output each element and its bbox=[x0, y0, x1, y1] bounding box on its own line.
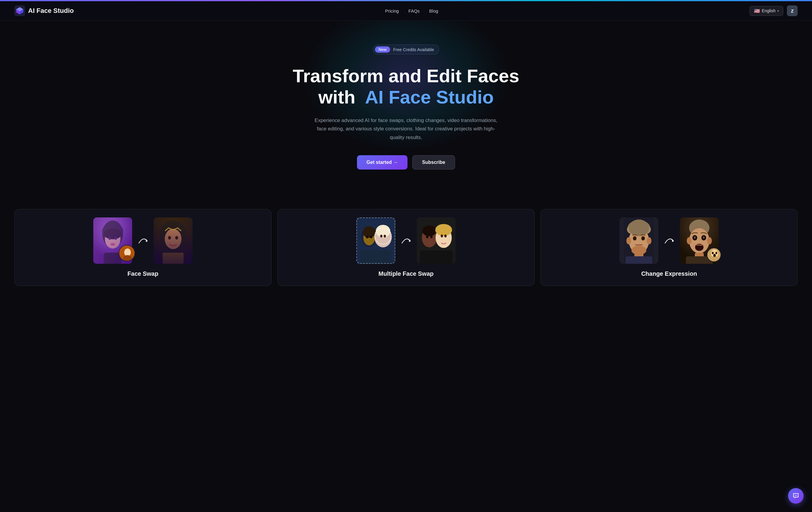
svg-point-80 bbox=[716, 252, 717, 254]
svg-point-85 bbox=[796, 495, 797, 495]
multi-face-source bbox=[356, 218, 395, 264]
svg-rect-19 bbox=[154, 218, 193, 264]
expr-source-svg bbox=[619, 218, 658, 264]
hero-section: New Free Credits Available Transform and… bbox=[0, 21, 812, 209]
feature-card-change-expression[interactable]: Change Expression bbox=[541, 209, 798, 286]
logo[interactable]: AI Face Studio bbox=[14, 5, 74, 16]
face-swap-label: Face Swap bbox=[22, 271, 264, 277]
hero-with-text: with bbox=[318, 87, 355, 107]
svg-point-10 bbox=[104, 228, 122, 239]
svg-point-67 bbox=[687, 237, 692, 244]
svg-point-46 bbox=[441, 234, 443, 237]
multi-face-result bbox=[417, 218, 456, 264]
svg-point-29 bbox=[362, 226, 376, 238]
svg-point-54 bbox=[629, 220, 649, 236]
svg-point-47 bbox=[444, 234, 447, 237]
svg-rect-37 bbox=[360, 250, 392, 263]
multi-result-svg bbox=[417, 218, 456, 264]
svg-rect-48 bbox=[420, 250, 453, 264]
change-expression-label: Change Expression bbox=[548, 271, 790, 277]
svg-point-30 bbox=[366, 235, 368, 238]
small-avatar-svg bbox=[119, 246, 135, 261]
arrow-curve-svg bbox=[138, 235, 148, 246]
svg-point-68 bbox=[707, 237, 712, 244]
svg-point-11 bbox=[109, 237, 111, 240]
svg-point-79 bbox=[712, 252, 714, 254]
feature-card-face-swap[interactable]: Face Swap bbox=[14, 209, 271, 286]
hero-subtitle: Experience advanced AI for face swaps, c… bbox=[313, 116, 499, 142]
chat-icon bbox=[792, 492, 800, 500]
svg-point-84 bbox=[795, 495, 796, 495]
face-swap-result bbox=[154, 218, 193, 264]
svg-point-35 bbox=[384, 234, 386, 237]
svg-point-34 bbox=[380, 234, 383, 237]
svg-point-55 bbox=[626, 237, 631, 244]
small-expr-overlay bbox=[707, 248, 721, 262]
small-avatar-overlay bbox=[119, 245, 135, 261]
new-badge-container[interactable]: New Free Credits Available bbox=[373, 45, 439, 54]
multi-arrow bbox=[400, 235, 412, 246]
nav-links: Pricing FAQs Blog bbox=[385, 8, 438, 13]
svg-point-24 bbox=[175, 236, 178, 239]
svg-point-42 bbox=[426, 235, 428, 238]
svg-point-71 bbox=[694, 236, 696, 239]
multi-face-images bbox=[285, 217, 527, 264]
svg-point-31 bbox=[370, 235, 373, 238]
nav-blog[interactable]: Blog bbox=[429, 8, 438, 13]
svg-point-13 bbox=[110, 243, 115, 246]
svg-rect-21 bbox=[160, 220, 186, 264]
badge-text: Free Credits Available bbox=[393, 47, 434, 52]
subscribe-button[interactable]: Subscribe bbox=[412, 155, 455, 170]
expression-source bbox=[619, 218, 658, 264]
hero-brand-text: AI Face Studio bbox=[365, 87, 494, 107]
hero-buttons: Get started → Subscribe bbox=[6, 155, 806, 170]
get-started-button[interactable]: Get started → bbox=[357, 155, 407, 170]
svg-point-72 bbox=[703, 236, 705, 239]
hero-title: Transform and Edit Faces with AI Face St… bbox=[6, 65, 806, 108]
svg-point-23 bbox=[168, 236, 171, 239]
nav-pricing[interactable]: Pricing bbox=[385, 8, 399, 13]
hero-title-line2: with AI Face Studio bbox=[6, 86, 806, 108]
svg-point-83 bbox=[795, 495, 795, 495]
language-label: English bbox=[762, 8, 776, 13]
svg-point-56 bbox=[647, 237, 651, 244]
svg-rect-20 bbox=[154, 218, 193, 264]
svg-point-8 bbox=[105, 229, 120, 249]
svg-point-22 bbox=[165, 229, 181, 249]
features-grid: Face Swap bbox=[14, 209, 798, 286]
multiple-face-swap-label: Multiple Face Swap bbox=[285, 271, 527, 277]
logo-text: AI Face Studio bbox=[28, 7, 74, 15]
expr-arrow bbox=[663, 235, 675, 246]
hero-title-line1: Transform and Edit Faces bbox=[6, 65, 806, 86]
svg-point-43 bbox=[430, 235, 433, 238]
svg-point-58 bbox=[641, 236, 645, 240]
logo-icon bbox=[14, 5, 25, 16]
expression-images bbox=[548, 217, 790, 264]
feature-card-multiple-face-swap[interactable]: Multiple Face Swap bbox=[278, 209, 534, 286]
svg-point-7 bbox=[102, 220, 123, 247]
svg-rect-61 bbox=[626, 256, 652, 264]
svg-point-81 bbox=[713, 254, 716, 257]
expr-arrow-svg bbox=[664, 235, 674, 246]
nav-faqs[interactable]: FAQs bbox=[408, 8, 420, 13]
new-badge: New bbox=[375, 46, 390, 53]
svg-point-33 bbox=[376, 225, 390, 237]
swap-arrow bbox=[137, 235, 149, 246]
svg-point-45 bbox=[435, 224, 452, 236]
svg-point-41 bbox=[423, 226, 436, 236]
svg-rect-25 bbox=[163, 253, 183, 264]
flag-icon: 🇺🇸 bbox=[754, 8, 760, 14]
chevron-down-icon: ▾ bbox=[777, 9, 779, 12]
chat-button[interactable] bbox=[788, 488, 804, 504]
result-face-svg bbox=[154, 218, 193, 264]
nav-right: 🇺🇸 English ▾ Z bbox=[750, 5, 798, 16]
face-swap-images bbox=[22, 217, 264, 264]
svg-rect-9 bbox=[102, 223, 123, 238]
svg-point-12 bbox=[115, 237, 117, 240]
multi-source-svg bbox=[357, 218, 395, 263]
navbar: AI Face Studio Pricing FAQs Blog 🇺🇸 Engl… bbox=[0, 1, 812, 21]
user-avatar[interactable]: Z bbox=[787, 5, 798, 16]
svg-point-57 bbox=[633, 236, 637, 240]
language-selector[interactable]: 🇺🇸 English ▾ bbox=[750, 6, 783, 16]
features-section: Face Swap bbox=[0, 209, 812, 304]
